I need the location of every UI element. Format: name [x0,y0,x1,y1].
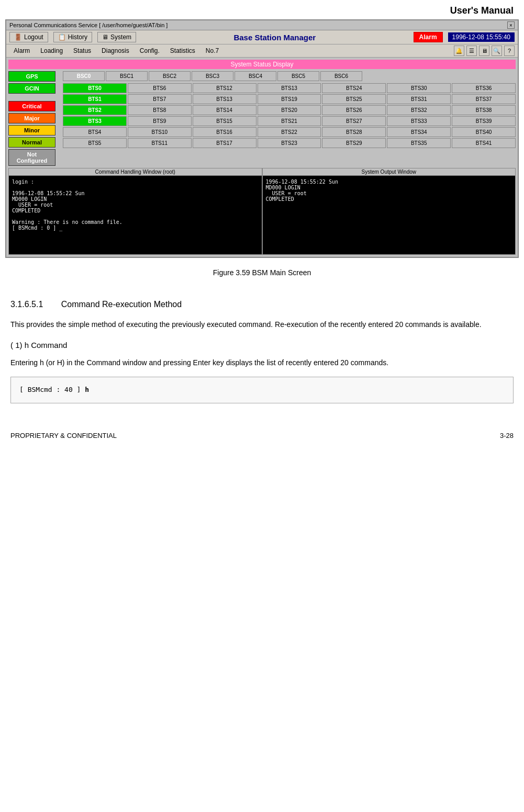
bts-2-5[interactable]: BTS32 [387,105,451,115]
menu-icon-bell[interactable]: 🔔 [454,46,464,56]
bts-5-2[interactable]: BTS17 [193,138,257,148]
status-display: System Status Display GPS GCIN Critical … [6,58,518,257]
bts-grid: BTS0 BTS6 BTS12 BTS13 BTS24 BTS30 BTS36 … [63,83,516,148]
bts-0-1[interactable]: BTS6 [128,83,192,93]
bts-4-0[interactable]: BTS4 [63,127,127,137]
menu-icon-search[interactable]: 🔍 [492,46,502,56]
bts-3-4[interactable]: BTS27 [322,116,386,126]
app-title: Base Station Manager [141,33,408,42]
bsc-cell-6[interactable]: BSC6 [320,71,362,81]
menu-status[interactable]: Status [69,46,95,55]
os-titlebar: Personal Communications Service [ /user/… [6,20,518,30]
bsc-cell-0[interactable]: BSC0 [63,71,105,81]
bts-5-1[interactable]: BTS11 [128,138,192,148]
critical-button[interactable]: Critical [8,101,55,111]
main-content: 3.1.6.5.1 Command Re-execution Method Th… [0,282,524,416]
cmd-window-container: Command Handling Window (root) login : 1… [8,168,262,255]
app-toolbar: 🚪 Logout 📋 History 🖥 System Base Station… [6,30,518,44]
menu-icon-screen[interactable]: 🖥 [479,46,489,56]
bts-4-1[interactable]: BTS10 [128,127,192,137]
bts-4-3[interactable]: BTS22 [258,127,321,137]
datetime-display: 1996-12-08 15:55:40 [448,32,515,42]
not-configured-button[interactable]: Not Configured [8,149,55,166]
bts-5-3[interactable]: BTS23 [258,138,321,148]
body-text-2: Entering h (or H) in the Command window … [10,357,514,369]
gcin-button[interactable]: GCIN [8,83,55,94]
bsc-cell-1[interactable]: BSC1 [106,71,148,81]
alarm-button[interactable]: Alarm [414,32,443,42]
normal-button[interactable]: Normal [8,137,55,148]
bts-5-5[interactable]: BTS35 [387,138,451,148]
bts-2-3[interactable]: BTS20 [258,105,321,115]
bts-0-2[interactable]: BTS12 [193,83,257,93]
os-close-button[interactable]: × [507,21,515,29]
bts-3-6[interactable]: BTS39 [452,116,516,126]
bts-5-0[interactable]: BTS5 [63,138,127,148]
bts-0-6[interactable]: BTS36 [452,83,516,93]
system-button[interactable]: 🖥 System [97,32,136,42]
bts-1-1[interactable]: BTS7 [128,94,192,104]
code-box: [ BSMcmd : 40 ] h [10,377,514,403]
bsc-row: BSC0 BSC1 BSC2 BSC3 BSC4 BSC5 BSC6 [63,71,516,81]
minor-button[interactable]: Minor [8,125,55,136]
bsc-cell-2[interactable]: BSC2 [149,71,191,81]
menu-loading[interactable]: Loading [36,46,67,55]
bottom-windows: Command Handling Window (root) login : 1… [8,168,516,255]
bts-3-2[interactable]: BTS15 [193,116,257,126]
bts-2-4[interactable]: BTS26 [322,105,386,115]
output-window-titlebar: System Output Window [263,168,516,176]
menu-icon-list[interactable]: ☰ [466,46,477,56]
bsc-cell-3[interactable]: BSC3 [192,71,233,81]
status-body: GPS GCIN Critical Major Minor Normal Not… [8,71,516,166]
bts-4-6[interactable]: BTS40 [452,127,516,137]
bts-2-2[interactable]: BTS14 [193,105,257,115]
bts-1-0[interactable]: BTS1 [63,94,127,104]
legend-panel: GPS GCIN Critical Major Minor Normal Not… [8,71,61,166]
bts-1-2[interactable]: BTS13 [193,94,257,104]
cmd-window-titlebar: Command Handling Window (root) [9,168,262,176]
bsm-screenshot: Personal Communications Service [ /user/… [5,19,519,258]
grid-area: BSC0 BSC1 BSC2 BSC3 BSC4 BSC5 BSC6 BTS0 … [63,71,516,166]
bts-3-3[interactable]: BTS21 [258,116,321,126]
logout-icon: 🚪 [14,33,22,41]
menu-icons: 🔔 ☰ 🖥 🔍 ? [454,46,515,56]
history-icon: 📋 [58,33,66,41]
bts-1-6[interactable]: BTS37 [452,94,516,104]
bts-0-5[interactable]: BTS30 [387,83,451,93]
bts-5-6[interactable]: BTS41 [452,138,516,148]
menu-alarm[interactable]: Alarm [9,46,34,55]
bts-0-0[interactable]: BTS0 [63,83,127,93]
bts-3-0[interactable]: BTS3 [63,116,127,126]
system-icon: 🖥 [102,33,108,41]
bts-0-4[interactable]: BTS24 [322,83,386,93]
menu-statistics[interactable]: Statistics [166,46,199,55]
bts-2-1[interactable]: BTS8 [128,105,192,115]
bts-3-1[interactable]: BTS9 [128,116,192,126]
sub-heading: ( 1) h Command [10,339,514,352]
menu-diagnosis[interactable]: Diagnosis [97,46,133,55]
bts-1-5[interactable]: BTS31 [387,94,451,104]
bts-2-0[interactable]: BTS2 [63,105,127,115]
menu-no7[interactable]: No.7 [202,46,223,55]
bts-4-2[interactable]: BTS16 [193,127,257,137]
bts-0-3[interactable]: BTS13 [258,83,321,93]
bts-4-4[interactable]: BTS28 [322,127,386,137]
bts-2-6[interactable]: BTS38 [452,105,516,115]
bsc-cell-5[interactable]: BSC5 [277,71,319,81]
status-title: System Status Display [8,60,516,69]
history-button[interactable]: 📋 History [53,32,92,42]
major-button[interactable]: Major [8,113,55,123]
bts-1-4[interactable]: BTS25 [322,94,386,104]
os-titlebar-text: Personal Communications Service [ /user/… [9,22,168,28]
menu-icon-help[interactable]: ? [504,46,515,56]
bts-1-3[interactable]: BTS19 [258,94,321,104]
cmd-window-content[interactable]: login : 1996-12-08 15:55:22 Sun MD000 LO… [9,176,262,254]
gps-button[interactable]: GPS [8,71,55,82]
body-text-1: This provides the simple method of execu… [10,319,514,331]
bts-3-5[interactable]: BTS33 [387,116,451,126]
bsc-cell-4[interactable]: BSC4 [235,71,276,81]
bts-5-4[interactable]: BTS29 [322,138,386,148]
menu-config[interactable]: Config. [136,46,164,55]
bts-4-5[interactable]: BTS34 [387,127,451,137]
logout-button[interactable]: 🚪 Logout [9,32,48,42]
